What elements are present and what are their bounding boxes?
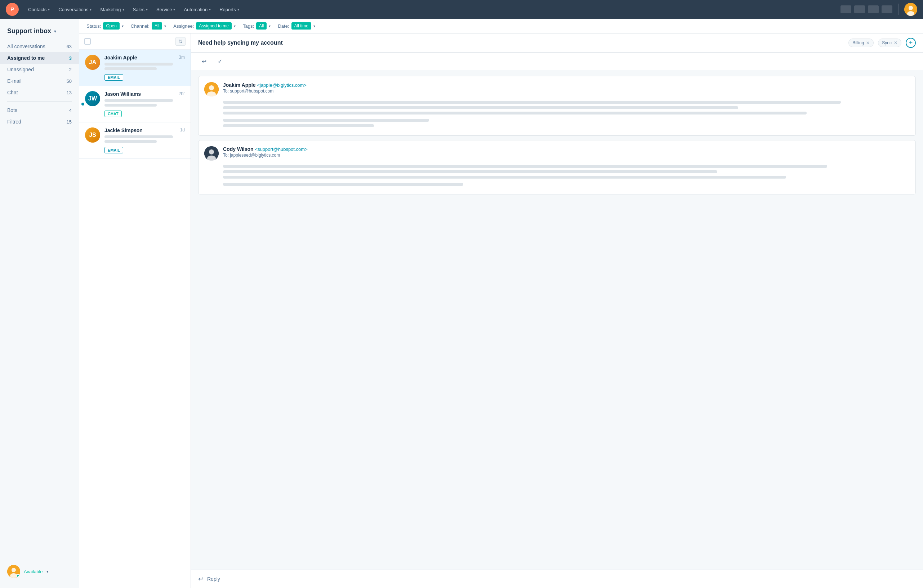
conv-content-joakim: Joakim Apple 3m EMAIL [105, 55, 185, 81]
conv-preview-line-1 [105, 99, 173, 102]
message-header-cody: Cody Wilson <support@hubspot.com> To: ja… [204, 146, 910, 161]
chevron-down-icon[interactable]: ▾ [122, 24, 123, 28]
conv-content-jason: Jason Williams 2hr CHAT [105, 91, 185, 117]
hubspot-logo[interactable] [6, 3, 19, 16]
panels: ⇅ JA Joakim Apple 3m [79, 33, 923, 588]
close-icon-sync[interactable]: ✕ [894, 40, 897, 45]
chevron-down-icon: ▾ [123, 8, 124, 11]
svg-point-11 [209, 149, 214, 154]
detail-tag-billing: Billing ✕ [848, 39, 874, 47]
sidebar: Support inbox ▾ All conversations 63 Ass… [0, 19, 79, 588]
avatar-jackie: JS [85, 128, 100, 142]
sidebar-item-bots[interactable]: Bots 4 [0, 105, 79, 116]
conv-content-jackie: Jackie Simpson 1d EMAIL [105, 128, 185, 153]
tag-label-billing: Billing [852, 40, 864, 45]
sort-button[interactable]: ⇅ [176, 37, 186, 46]
chevron-down-icon: ▾ [237, 8, 239, 11]
main-layout: Support inbox ▾ All conversations 63 Ass… [0, 19, 923, 588]
sort-icon: ⇅ [179, 39, 182, 44]
conv-top-joakim: Joakim Apple 3m [105, 55, 185, 61]
reply-button[interactable]: Reply [207, 576, 220, 582]
footer-avatar [7, 565, 20, 578]
avatar-joakim: JA [85, 55, 100, 70]
svg-point-5 [11, 568, 16, 572]
conv-preview-line-2 [105, 140, 157, 143]
sidebar-item-filtred[interactable]: Filtred 15 [0, 116, 79, 128]
msg-line [223, 111, 806, 115]
chevron-down-icon[interactable]: ▾ [164, 24, 166, 28]
filter-tags-value[interactable]: All [256, 22, 267, 29]
chevron-down-icon[interactable]: ▾ [314, 24, 315, 28]
filter-channel-value[interactable]: All [152, 22, 162, 29]
nav-contacts[interactable]: Contacts ▾ [25, 5, 53, 15]
reply-back-button[interactable]: ↩ [198, 56, 210, 67]
nav-icon-btn-1[interactable] [841, 5, 851, 13]
conversation-item-jason[interactable]: JW Jason Williams 2hr CHAT [79, 86, 191, 123]
filter-channel: Channel: All ▾ [131, 22, 166, 29]
chevron-down-icon: ▾ [46, 569, 49, 574]
detail-header: Need help syncing my account Billing ✕ S… [191, 33, 923, 52]
filter-status-value[interactable]: Open [103, 22, 119, 29]
detail-panel: Need help syncing my account Billing ✕ S… [191, 33, 923, 588]
nav-icon-btn-3[interactable] [868, 5, 879, 13]
msg-line [223, 124, 374, 127]
msg-line [223, 101, 841, 104]
sidebar-item-unassigned[interactable]: Unassigned 2 [0, 64, 79, 75]
nav-conversations[interactable]: Conversations ▾ [55, 5, 95, 15]
close-icon-billing[interactable]: ✕ [866, 40, 870, 45]
select-all-checkbox[interactable] [84, 38, 91, 45]
nav-icon-btn-4[interactable] [882, 5, 892, 13]
nav-items: Contacts ▾ Conversations ▾ Marketing ▾ S… [25, 5, 841, 15]
conv-time-jackie: 1d [180, 128, 185, 133]
msg-to-joakim: To: support@hubspot.com [223, 88, 307, 93]
conv-tag-chat-jason: CHAT [105, 111, 122, 117]
chevron-down-icon[interactable]: ▾ [234, 24, 236, 28]
detail-title: Need help syncing my account [198, 39, 844, 46]
chevron-down-icon: ▾ [209, 8, 211, 11]
conv-preview-line-2 [105, 67, 157, 70]
filter-date-label: Date: [278, 23, 289, 29]
chevron-down-icon: ▾ [90, 8, 92, 11]
msg-line [223, 106, 738, 109]
nav-service[interactable]: Service ▾ [153, 5, 179, 15]
content-area: Status: Open ▾ Channel: All ▾ Assignee: … [79, 19, 923, 588]
nav-marketing[interactable]: Marketing ▾ [97, 5, 128, 15]
nav-icon-btn-2[interactable] [854, 5, 865, 13]
filter-tags: Tags: All ▾ [243, 22, 271, 29]
conv-tag-email-jackie: EMAIL [105, 147, 123, 153]
chevron-down-icon: ▾ [48, 8, 50, 11]
sidebar-footer[interactable]: Available ▾ [0, 561, 79, 582]
nav-reports[interactable]: Reports ▾ [216, 5, 243, 15]
check-button[interactable]: ✓ [214, 56, 225, 67]
chevron-down-icon[interactable]: ▾ [54, 29, 56, 34]
nav-sales[interactable]: Sales ▾ [129, 5, 152, 15]
conv-top-jackie: Jackie Simpson 1d [105, 128, 185, 133]
msg-line [223, 165, 827, 168]
sidebar-item-email[interactable]: E-mail 50 [0, 75, 79, 87]
chevron-down-icon: ▾ [173, 8, 175, 11]
user-avatar[interactable] [904, 3, 917, 16]
add-tag-button[interactable]: + [906, 38, 916, 48]
sidebar-item-all-conversations[interactable]: All conversations 63 [0, 41, 79, 52]
chevron-down-icon[interactable]: ▾ [269, 24, 271, 28]
nav-divider [898, 3, 898, 15]
msg-line [223, 119, 429, 122]
sidebar-item-chat[interactable]: Chat 13 [0, 87, 79, 98]
msg-avatar-cody [204, 146, 219, 161]
filter-assignee-value[interactable]: Assigned to me [196, 22, 232, 29]
conversation-item-joakim[interactable]: JA Joakim Apple 3m EMAIL [79, 50, 191, 86]
message-card-joakim: Joakim Apple <japple@biglytics.com> To: … [198, 76, 916, 136]
unread-indicator [81, 103, 84, 105]
filter-assignee: Assignee: Assigned to me ▾ [173, 22, 236, 29]
filter-assignee-label: Assignee: [173, 23, 194, 29]
detail-action-bar: ↩ ✓ [191, 52, 923, 70]
sidebar-item-assigned-to-me[interactable]: Assigned to me 3 [0, 52, 79, 64]
avatar-initials-jackie: JS [85, 128, 100, 142]
filter-date-value[interactable]: All time [291, 22, 311, 29]
nav-automation[interactable]: Automation ▾ [180, 5, 214, 15]
availability-status: Available [24, 569, 43, 574]
conv-name-joakim: Joakim Apple [105, 55, 137, 61]
conversation-item-jackie[interactable]: JS Jackie Simpson 1d EMAIL [79, 123, 191, 159]
conv-name-jackie: Jackie Simpson [105, 128, 143, 133]
conversation-list: ⇅ JA Joakim Apple 3m [79, 33, 191, 588]
